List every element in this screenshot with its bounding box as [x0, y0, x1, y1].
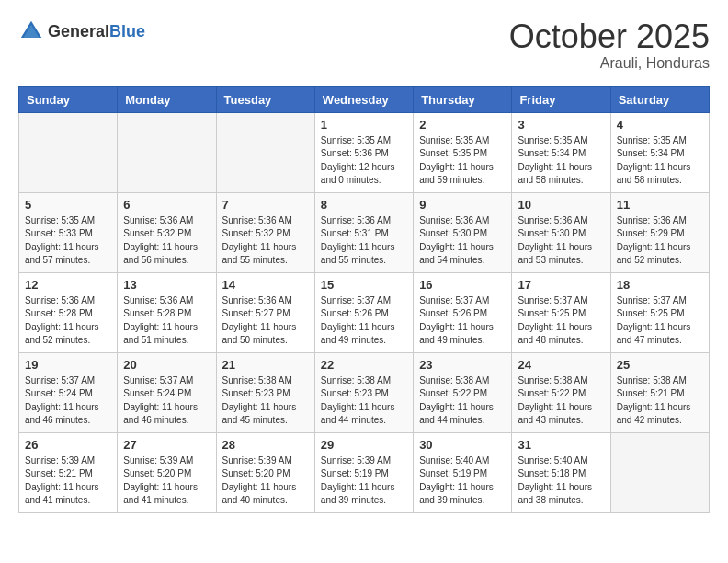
day-of-week-header: Sunday — [19, 86, 118, 112]
calendar-day-cell: 15Sunrise: 5:37 AM Sunset: 5:26 PM Dayli… — [314, 272, 413, 352]
day-of-week-header: Wednesday — [314, 86, 413, 112]
day-number: 19 — [25, 358, 111, 372]
day-number: 1 — [321, 118, 407, 132]
calendar-day-cell — [610, 432, 709, 512]
calendar-day-cell: 9Sunrise: 5:36 AM Sunset: 5:30 PM Daylig… — [414, 192, 512, 272]
day-number: 2 — [419, 118, 506, 132]
day-info: Sunrise: 5:38 AM Sunset: 5:22 PM Dayligh… — [419, 374, 506, 428]
day-info: Sunrise: 5:37 AM Sunset: 5:26 PM Dayligh… — [321, 294, 407, 348]
day-number: 28 — [222, 438, 309, 452]
day-number: 4 — [617, 118, 703, 132]
day-number: 27 — [123, 438, 210, 452]
day-number: 26 — [25, 438, 111, 452]
calendar-day-cell: 14Sunrise: 5:36 AM Sunset: 5:27 PM Dayli… — [216, 272, 314, 352]
calendar-day-cell — [118, 112, 216, 192]
calendar-day-cell: 29Sunrise: 5:39 AM Sunset: 5:19 PM Dayli… — [314, 432, 413, 512]
day-of-week-header: Friday — [512, 86, 610, 112]
day-info: Sunrise: 5:38 AM Sunset: 5:23 PM Dayligh… — [222, 374, 309, 428]
day-number: 8 — [321, 198, 407, 212]
day-info: Sunrise: 5:37 AM Sunset: 5:24 PM Dayligh… — [123, 374, 210, 428]
day-number: 18 — [617, 278, 703, 292]
calendar-day-cell: 4Sunrise: 5:35 AM Sunset: 5:34 PM Daylig… — [610, 112, 709, 192]
logo: GeneralBlue — [18, 18, 145, 44]
calendar-day-cell: 26Sunrise: 5:39 AM Sunset: 5:21 PM Dayli… — [19, 432, 118, 512]
calendar-day-cell: 24Sunrise: 5:38 AM Sunset: 5:22 PM Dayli… — [512, 352, 610, 432]
day-info: Sunrise: 5:35 AM Sunset: 5:34 PM Dayligh… — [518, 134, 604, 188]
location-subtitle: Arauli, Honduras — [509, 55, 710, 72]
day-info: Sunrise: 5:35 AM Sunset: 5:36 PM Dayligh… — [321, 134, 407, 188]
calendar-day-cell: 19Sunrise: 5:37 AM Sunset: 5:24 PM Dayli… — [19, 352, 118, 432]
calendar-week-row: 5Sunrise: 5:35 AM Sunset: 5:33 PM Daylig… — [19, 192, 710, 272]
day-info: Sunrise: 5:36 AM Sunset: 5:28 PM Dayligh… — [123, 294, 210, 348]
calendar-week-row: 19Sunrise: 5:37 AM Sunset: 5:24 PM Dayli… — [19, 352, 710, 432]
calendar-day-cell: 5Sunrise: 5:35 AM Sunset: 5:33 PM Daylig… — [19, 192, 118, 272]
day-of-week-header: Monday — [118, 86, 216, 112]
day-info: Sunrise: 5:37 AM Sunset: 5:24 PM Dayligh… — [25, 374, 111, 428]
day-info: Sunrise: 5:36 AM Sunset: 5:31 PM Dayligh… — [321, 214, 407, 268]
day-of-week-header: Thursday — [414, 86, 512, 112]
day-number: 31 — [518, 438, 604, 452]
day-number: 11 — [617, 198, 703, 212]
day-info: Sunrise: 5:36 AM Sunset: 5:30 PM Dayligh… — [518, 214, 604, 268]
day-info: Sunrise: 5:36 AM Sunset: 5:28 PM Dayligh… — [25, 294, 111, 348]
calendar-header-row: SundayMondayTuesdayWednesdayThursdayFrid… — [19, 86, 710, 112]
day-info: Sunrise: 5:40 AM Sunset: 5:19 PM Dayligh… — [419, 454, 506, 508]
day-of-week-header: Saturday — [610, 86, 709, 112]
day-info: Sunrise: 5:36 AM Sunset: 5:29 PM Dayligh… — [617, 214, 703, 268]
calendar-day-cell: 16Sunrise: 5:37 AM Sunset: 5:26 PM Dayli… — [414, 272, 512, 352]
day-info: Sunrise: 5:39 AM Sunset: 5:19 PM Dayligh… — [321, 454, 407, 508]
day-info: Sunrise: 5:37 AM Sunset: 5:25 PM Dayligh… — [518, 294, 604, 348]
day-number: 10 — [518, 198, 604, 212]
logo-icon — [18, 18, 44, 44]
day-number: 9 — [419, 198, 506, 212]
day-number: 20 — [123, 358, 210, 372]
day-number: 7 — [222, 198, 309, 212]
calendar-day-cell: 27Sunrise: 5:39 AM Sunset: 5:20 PM Dayli… — [118, 432, 216, 512]
calendar-day-cell: 30Sunrise: 5:40 AM Sunset: 5:19 PM Dayli… — [414, 432, 512, 512]
calendar-day-cell: 8Sunrise: 5:36 AM Sunset: 5:31 PM Daylig… — [314, 192, 413, 272]
calendar-day-cell: 13Sunrise: 5:36 AM Sunset: 5:28 PM Dayli… — [118, 272, 216, 352]
day-info: Sunrise: 5:35 AM Sunset: 5:35 PM Dayligh… — [419, 134, 506, 188]
calendar-week-row: 12Sunrise: 5:36 AM Sunset: 5:28 PM Dayli… — [19, 272, 710, 352]
calendar-day-cell: 12Sunrise: 5:36 AM Sunset: 5:28 PM Dayli… — [19, 272, 118, 352]
calendar-day-cell: 1Sunrise: 5:35 AM Sunset: 5:36 PM Daylig… — [314, 112, 413, 192]
day-info: Sunrise: 5:39 AM Sunset: 5:20 PM Dayligh… — [123, 454, 210, 508]
day-number: 12 — [25, 278, 111, 292]
calendar-day-cell: 2Sunrise: 5:35 AM Sunset: 5:35 PM Daylig… — [414, 112, 512, 192]
day-number: 5 — [25, 198, 111, 212]
calendar-day-cell — [216, 112, 314, 192]
day-info: Sunrise: 5:35 AM Sunset: 5:33 PM Dayligh… — [25, 214, 111, 268]
day-info: Sunrise: 5:35 AM Sunset: 5:34 PM Dayligh… — [617, 134, 703, 188]
day-info: Sunrise: 5:39 AM Sunset: 5:21 PM Dayligh… — [25, 454, 111, 508]
calendar-day-cell: 17Sunrise: 5:37 AM Sunset: 5:25 PM Dayli… — [512, 272, 610, 352]
day-number: 21 — [222, 358, 309, 372]
title-block: October 2025 Arauli, Honduras — [509, 18, 710, 72]
day-info: Sunrise: 5:38 AM Sunset: 5:22 PM Dayligh… — [518, 374, 604, 428]
day-number: 15 — [321, 278, 407, 292]
day-number: 30 — [419, 438, 506, 452]
day-number: 16 — [419, 278, 506, 292]
calendar-day-cell: 22Sunrise: 5:38 AM Sunset: 5:23 PM Dayli… — [314, 352, 413, 432]
day-number: 3 — [518, 118, 604, 132]
day-info: Sunrise: 5:36 AM Sunset: 5:32 PM Dayligh… — [222, 214, 309, 268]
day-number: 22 — [321, 358, 407, 372]
calendar-day-cell: 6Sunrise: 5:36 AM Sunset: 5:32 PM Daylig… — [118, 192, 216, 272]
day-of-week-header: Tuesday — [216, 86, 314, 112]
logo-general: General — [48, 22, 109, 40]
month-title: October 2025 — [509, 18, 710, 55]
day-number: 14 — [222, 278, 309, 292]
day-info: Sunrise: 5:37 AM Sunset: 5:26 PM Dayligh… — [419, 294, 506, 348]
day-info: Sunrise: 5:36 AM Sunset: 5:32 PM Dayligh… — [123, 214, 210, 268]
day-info: Sunrise: 5:38 AM Sunset: 5:21 PM Dayligh… — [617, 374, 703, 428]
day-number: 17 — [518, 278, 604, 292]
calendar-day-cell: 25Sunrise: 5:38 AM Sunset: 5:21 PM Dayli… — [610, 352, 709, 432]
calendar-week-row: 1Sunrise: 5:35 AM Sunset: 5:36 PM Daylig… — [19, 112, 710, 192]
day-info: Sunrise: 5:40 AM Sunset: 5:18 PM Dayligh… — [518, 454, 604, 508]
day-info: Sunrise: 5:37 AM Sunset: 5:25 PM Dayligh… — [617, 294, 703, 348]
day-info: Sunrise: 5:38 AM Sunset: 5:23 PM Dayligh… — [321, 374, 407, 428]
day-number: 29 — [321, 438, 407, 452]
calendar-day-cell: 3Sunrise: 5:35 AM Sunset: 5:34 PM Daylig… — [512, 112, 610, 192]
calendar-day-cell: 7Sunrise: 5:36 AM Sunset: 5:32 PM Daylig… — [216, 192, 314, 272]
calendar-day-cell: 31Sunrise: 5:40 AM Sunset: 5:18 PM Dayli… — [512, 432, 610, 512]
calendar-week-row: 26Sunrise: 5:39 AM Sunset: 5:21 PM Dayli… — [19, 432, 710, 512]
